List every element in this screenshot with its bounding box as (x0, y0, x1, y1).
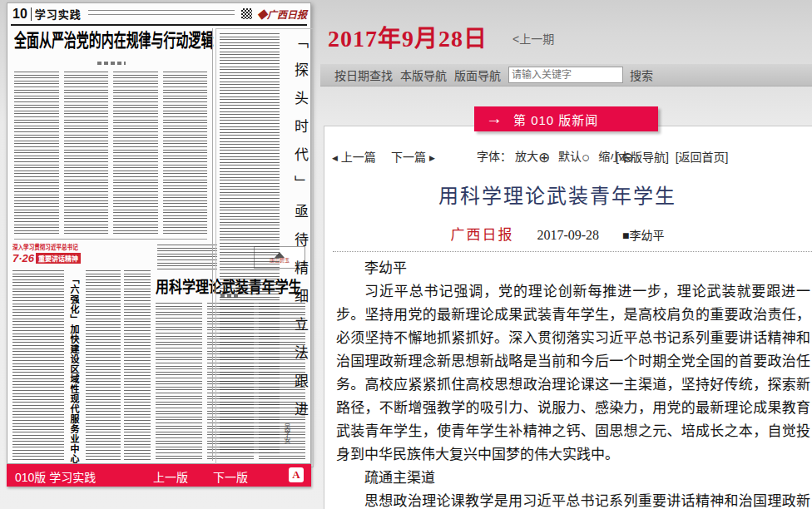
article-panel: ◀ 上一篇 下一篇 ▶ 字体： 放大⊕ 默认○ 缩小⊖ [本版导航] [返回首页… (324, 126, 812, 509)
keyword-search-input[interactable] (508, 67, 623, 83)
headline-main-byline (97, 62, 126, 65)
body-paragraph: 李幼平 (336, 257, 810, 280)
article-source: 广西日报 (450, 223, 513, 244)
board-nav-link[interactable]: 本版导航 (400, 67, 447, 83)
body-paragraph: 习近平总书记强调，党的理论创新每推进一步，理论武装就要跟进一步。坚持用党的最新理… (336, 280, 810, 467)
headline-mid-vertical[interactable]: 「六强化」加快建设区域性现代服务业中心 (67, 274, 81, 464)
newspaper-reader-window: 10 学习实践 ◆广西日报 全面从严治党的内在规律与行动逻辑 深入学习贯彻习近平… (0, 0, 812, 509)
headline-main[interactable]: 全面从严治党的内在规律与行动逻辑 (14, 31, 150, 51)
article-title: 用科学理论武装青年学生 (324, 180, 790, 209)
current-page-label: 010版 学习实践 (15, 468, 96, 485)
text-column (156, 303, 202, 459)
page-bottom-bar: 010版 学习实践 上一版 下一版 A (7, 464, 311, 487)
article-body: 李幼平 习近平总书记强调，党的理论创新每推进一步，理论武装就要跟进一步。坚持用党… (336, 257, 810, 509)
text-column (157, 245, 217, 271)
prev-page-button[interactable]: 上一版 (153, 468, 188, 485)
text-column (220, 33, 280, 456)
text-column (86, 270, 121, 460)
font-size-controls: 字体： 放大⊕ 默认○ 缩小⊖ (477, 147, 638, 166)
search-toolbar: 按日期查找 本版导航 版面导航 搜索 (320, 64, 812, 86)
text-column (64, 72, 109, 236)
article-author: ■李幼平 (622, 226, 664, 243)
board-nav-bracket-link[interactable]: [本版导航] (616, 151, 669, 164)
text-column (163, 72, 208, 236)
pdf-icon[interactable]: A (289, 467, 304, 482)
section-banner-label: 第 010 版新闻 (513, 111, 598, 128)
promo-chip: 重要讲话精神 (36, 253, 81, 264)
headline-right-vertical[interactable]: 「探头时代」亟待精细立法跟进 (290, 34, 310, 455)
section-divider (14, 239, 207, 240)
dotted-separator (333, 251, 812, 252)
text-column (12, 270, 64, 460)
arrow-right-icon: → (486, 109, 503, 128)
promo-line1: 深入学习贯彻习近平总书记 (12, 242, 77, 251)
promo-banner: 深入学习贯彻习近平总书记 7·26 重要讲话精神 (12, 242, 91, 267)
right-article-box: 「探头时代」亟待精细立法跟进 吴学安 (215, 28, 314, 467)
qr-code (241, 8, 252, 19)
newspaper-brand-logo: ◆广西日报 (257, 7, 307, 22)
page-number: 10 (11, 7, 31, 22)
text-column (14, 72, 59, 236)
body-paragraph: 疏通主渠道 (336, 467, 810, 490)
next-page-button[interactable]: 下一版 (213, 468, 248, 485)
find-by-date-link[interactable]: 按日期查找 (334, 67, 393, 83)
masthead-rule (11, 24, 307, 26)
right-article-author: 吴学安 (282, 423, 291, 443)
zoom-in-icon: ⊕ (538, 150, 550, 166)
promo-number: 7·26 (12, 252, 34, 264)
newspaper-masthead: 10 学习实践 ◆广西日报 (11, 5, 307, 22)
layout-nav-link[interactable]: 版面导航 (454, 67, 501, 83)
search-button[interactable]: 搜索 (630, 67, 653, 83)
prev-article-button[interactable]: ◀ 上一篇 (332, 148, 376, 165)
panel-nav-links: [本版导航] [返回首页] (616, 148, 731, 165)
masthead-fine-print (88, 10, 235, 18)
section-banner[interactable]: → 第 010 版新闻 (474, 106, 658, 131)
article-columns-top (14, 72, 207, 236)
column-divider (212, 28, 213, 461)
issue-date: 2017年9月28日 (328, 20, 488, 53)
text-column (124, 270, 151, 460)
article-byline: 广西日报 2017-09-28 ■李幼平 (324, 223, 790, 244)
masthead-divider (31, 7, 32, 21)
triangle-right-icon: ▶ (429, 154, 435, 162)
body-paragraph: 思想政治理论课教学是用习近平总书记系列重要讲话精神和治国理政新理念新思想新战略武… (336, 490, 810, 509)
next-article-button[interactable]: 下一篇 ▶ (391, 148, 435, 165)
article-date: 2017-09-28 (537, 228, 599, 243)
prev-issue-link[interactable]: <上一期 (512, 30, 554, 47)
text-column (113, 72, 158, 236)
section-name: 学习实践 (35, 6, 82, 22)
newspaper-page-thumbnail[interactable]: 10 学习实践 ◆广西日报 全面从严治党的内在规律与行动逻辑 深入学习贯彻习近平… (7, 2, 311, 464)
font-default-button[interactable]: 默认○ (558, 150, 590, 163)
font-label: 字体： (477, 150, 512, 163)
zoom-default-icon: ○ (582, 150, 590, 166)
triangle-left-icon: ◀ (332, 154, 338, 162)
font-zoom-in-button[interactable]: 放大⊕ (515, 150, 550, 163)
home-bracket-link[interactable]: [返回首页] (676, 151, 729, 164)
